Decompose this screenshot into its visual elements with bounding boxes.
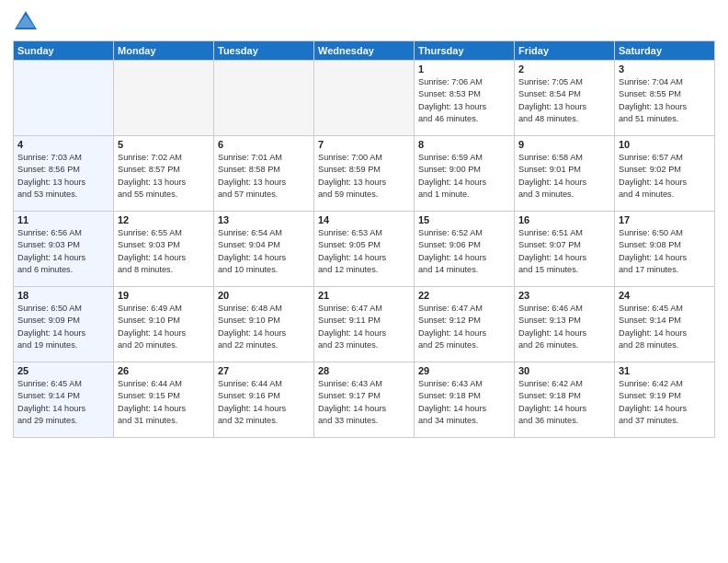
day-number: 20 xyxy=(218,290,310,301)
week-row-3: 11Sunrise: 6:56 AM Sunset: 9:03 PM Dayli… xyxy=(14,212,715,287)
day-info: Sunrise: 6:55 AM Sunset: 9:03 PM Dayligh… xyxy=(118,227,210,276)
day-number: 9 xyxy=(518,139,610,150)
day-number: 27 xyxy=(218,365,310,376)
day-number: 28 xyxy=(318,365,410,376)
calendar-cell: 25Sunrise: 6:45 AM Sunset: 9:14 PM Dayli… xyxy=(14,362,114,438)
day-number: 17 xyxy=(619,214,711,225)
day-info: Sunrise: 6:59 AM Sunset: 9:00 PM Dayligh… xyxy=(418,152,510,201)
day-number: 19 xyxy=(118,290,210,301)
day-info: Sunrise: 6:50 AM Sunset: 9:08 PM Dayligh… xyxy=(619,227,711,276)
calendar-cell: 29Sunrise: 6:43 AM Sunset: 9:18 PM Dayli… xyxy=(415,362,515,438)
week-row-2: 4Sunrise: 7:03 AM Sunset: 8:56 PM Daylig… xyxy=(14,136,715,212)
week-row-4: 18Sunrise: 6:50 AM Sunset: 9:09 PM Dayli… xyxy=(14,287,715,362)
day-info: Sunrise: 7:00 AM Sunset: 8:59 PM Dayligh… xyxy=(318,152,410,201)
day-header-tuesday: Tuesday xyxy=(214,41,314,61)
day-info: Sunrise: 7:04 AM Sunset: 8:55 PM Dayligh… xyxy=(619,76,711,125)
day-info: Sunrise: 6:42 AM Sunset: 9:19 PM Dayligh… xyxy=(619,378,711,427)
day-info: Sunrise: 6:47 AM Sunset: 9:12 PM Dayligh… xyxy=(418,303,510,351)
day-info: Sunrise: 6:48 AM Sunset: 9:10 PM Dayligh… xyxy=(218,303,310,351)
day-number: 16 xyxy=(518,214,610,225)
day-number: 30 xyxy=(518,365,610,376)
calendar-cell: 16Sunrise: 6:51 AM Sunset: 9:07 PM Dayli… xyxy=(515,212,615,287)
day-number: 29 xyxy=(418,365,510,376)
calendar-cell: 4Sunrise: 7:03 AM Sunset: 8:56 PM Daylig… xyxy=(14,136,114,212)
day-info: Sunrise: 6:45 AM Sunset: 9:14 PM Dayligh… xyxy=(17,378,109,427)
day-number: 22 xyxy=(418,290,510,301)
day-info: Sunrise: 6:54 AM Sunset: 9:04 PM Dayligh… xyxy=(218,227,310,276)
day-number: 11 xyxy=(17,214,109,225)
week-row-5: 25Sunrise: 6:45 AM Sunset: 9:14 PM Dayli… xyxy=(14,362,715,438)
day-header-sunday: Sunday xyxy=(14,41,114,61)
day-number: 1 xyxy=(418,63,510,75)
day-number: 23 xyxy=(518,290,610,301)
day-number: 4 xyxy=(17,139,109,150)
calendar-cell: 5Sunrise: 7:02 AM Sunset: 8:57 PM Daylig… xyxy=(114,136,214,212)
week-row-1: 1Sunrise: 7:06 AM Sunset: 8:53 PM Daylig… xyxy=(14,61,715,136)
calendar-cell: 9Sunrise: 6:58 AM Sunset: 9:01 PM Daylig… xyxy=(515,136,615,212)
calendar-cell: 14Sunrise: 6:53 AM Sunset: 9:05 PM Dayli… xyxy=(314,212,415,287)
day-number: 6 xyxy=(218,139,310,150)
logo xyxy=(13,9,42,35)
day-info: Sunrise: 6:42 AM Sunset: 9:18 PM Dayligh… xyxy=(518,378,610,427)
calendar-cell xyxy=(214,61,314,136)
day-header-friday: Friday xyxy=(515,41,615,61)
day-number: 8 xyxy=(418,139,510,150)
day-info: Sunrise: 6:43 AM Sunset: 9:17 PM Dayligh… xyxy=(318,378,410,427)
day-info: Sunrise: 6:50 AM Sunset: 9:09 PM Dayligh… xyxy=(17,303,109,351)
day-number: 24 xyxy=(619,290,711,301)
day-number: 3 xyxy=(619,63,711,75)
day-info: Sunrise: 6:44 AM Sunset: 9:16 PM Dayligh… xyxy=(218,378,310,427)
calendar-cell: 23Sunrise: 6:46 AM Sunset: 9:13 PM Dayli… xyxy=(515,287,615,362)
day-info: Sunrise: 7:01 AM Sunset: 8:58 PM Dayligh… xyxy=(218,152,310,201)
day-header-saturday: Saturday xyxy=(615,41,715,61)
calendar-cell xyxy=(14,61,114,136)
day-number: 31 xyxy=(619,365,711,376)
day-info: Sunrise: 7:03 AM Sunset: 8:56 PM Dayligh… xyxy=(17,152,109,201)
calendar-cell: 10Sunrise: 6:57 AM Sunset: 9:02 PM Dayli… xyxy=(615,136,715,212)
calendar-cell: 17Sunrise: 6:50 AM Sunset: 9:08 PM Dayli… xyxy=(615,212,715,287)
calendar-cell xyxy=(314,61,415,136)
day-number: 5 xyxy=(118,139,210,150)
page: SundayMondayTuesdayWednesdayThursdayFrid… xyxy=(0,0,728,563)
calendar-cell: 3Sunrise: 7:04 AM Sunset: 8:55 PM Daylig… xyxy=(615,61,715,136)
calendar-cell: 11Sunrise: 6:56 AM Sunset: 9:03 PM Dayli… xyxy=(14,212,114,287)
day-info: Sunrise: 6:53 AM Sunset: 9:05 PM Dayligh… xyxy=(318,227,410,276)
day-number: 26 xyxy=(118,365,210,376)
calendar-cell: 1Sunrise: 7:06 AM Sunset: 8:53 PM Daylig… xyxy=(415,61,515,136)
calendar-cell: 30Sunrise: 6:42 AM Sunset: 9:18 PM Dayli… xyxy=(515,362,615,438)
day-number: 7 xyxy=(318,139,410,150)
day-number: 14 xyxy=(318,214,410,225)
calendar-table: SundayMondayTuesdayWednesdayThursdayFrid… xyxy=(13,40,715,438)
calendar-cell: 22Sunrise: 6:47 AM Sunset: 9:12 PM Dayli… xyxy=(415,287,515,362)
day-number: 10 xyxy=(619,139,711,150)
calendar-cell: 28Sunrise: 6:43 AM Sunset: 9:17 PM Dayli… xyxy=(314,362,415,438)
day-info: Sunrise: 6:45 AM Sunset: 9:14 PM Dayligh… xyxy=(619,303,711,351)
day-info: Sunrise: 6:43 AM Sunset: 9:18 PM Dayligh… xyxy=(418,378,510,427)
day-number: 13 xyxy=(218,214,310,225)
calendar-cell: 8Sunrise: 6:59 AM Sunset: 9:00 PM Daylig… xyxy=(415,136,515,212)
day-info: Sunrise: 7:06 AM Sunset: 8:53 PM Dayligh… xyxy=(418,76,510,125)
day-number: 2 xyxy=(518,63,610,75)
day-header-thursday: Thursday xyxy=(415,41,515,61)
calendar-cell: 18Sunrise: 6:50 AM Sunset: 9:09 PM Dayli… xyxy=(14,287,114,362)
calendar-cell: 15Sunrise: 6:52 AM Sunset: 9:06 PM Dayli… xyxy=(415,212,515,287)
day-info: Sunrise: 6:46 AM Sunset: 9:13 PM Dayligh… xyxy=(518,303,610,351)
day-number: 25 xyxy=(17,365,109,376)
calendar-cell: 27Sunrise: 6:44 AM Sunset: 9:16 PM Dayli… xyxy=(214,362,314,438)
day-info: Sunrise: 7:05 AM Sunset: 8:54 PM Dayligh… xyxy=(518,76,610,125)
day-number: 15 xyxy=(418,214,510,225)
logo-icon xyxy=(13,9,39,35)
calendar-cell: 7Sunrise: 7:00 AM Sunset: 8:59 PM Daylig… xyxy=(314,136,415,212)
day-info: Sunrise: 6:44 AM Sunset: 9:15 PM Dayligh… xyxy=(118,378,210,427)
day-info: Sunrise: 6:56 AM Sunset: 9:03 PM Dayligh… xyxy=(17,227,109,276)
day-number: 18 xyxy=(17,290,109,301)
calendar-cell: 24Sunrise: 6:45 AM Sunset: 9:14 PM Dayli… xyxy=(615,287,715,362)
calendar-header-row: SundayMondayTuesdayWednesdayThursdayFrid… xyxy=(14,41,715,61)
calendar-cell: 31Sunrise: 6:42 AM Sunset: 9:19 PM Dayli… xyxy=(615,362,715,438)
day-info: Sunrise: 6:49 AM Sunset: 9:10 PM Dayligh… xyxy=(118,303,210,351)
svg-marker-1 xyxy=(17,15,35,28)
calendar-cell: 13Sunrise: 6:54 AM Sunset: 9:04 PM Dayli… xyxy=(214,212,314,287)
calendar-cell: 2Sunrise: 7:05 AM Sunset: 8:54 PM Daylig… xyxy=(515,61,615,136)
day-header-wednesday: Wednesday xyxy=(314,41,415,61)
header xyxy=(13,9,715,35)
